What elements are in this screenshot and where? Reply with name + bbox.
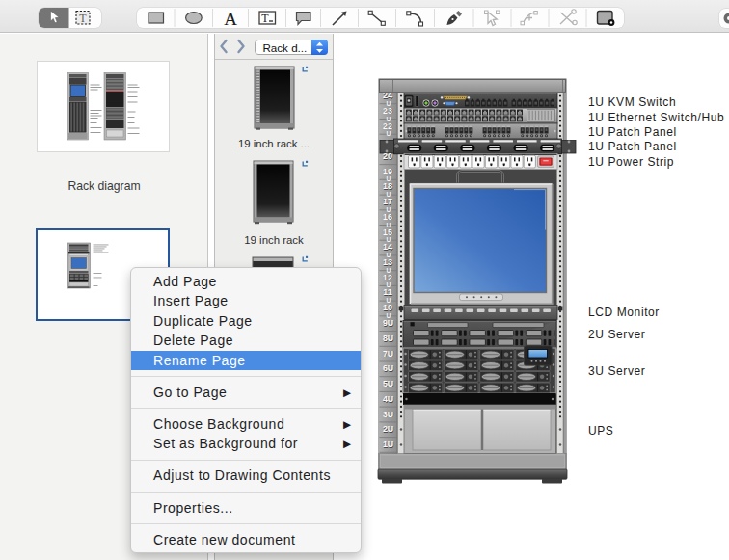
svg-text:15: 15: [383, 227, 392, 237]
svg-text:U: U: [387, 297, 392, 304]
svg-text:20: 20: [383, 151, 392, 161]
svg-text:11: 11: [383, 287, 392, 297]
svg-text:13: 13: [383, 257, 392, 267]
svg-text:A: A: [224, 9, 237, 29]
svg-text:12: 12: [383, 273, 392, 282]
svg-text:U: U: [387, 236, 392, 243]
svg-text:17: 17: [383, 197, 392, 206]
svg-text:16: 16: [383, 212, 392, 222]
svg-text:U: U: [387, 130, 392, 137]
svg-text:19: 19: [383, 167, 392, 176]
svg-text:18: 18: [383, 181, 392, 191]
svg-text:1U: 1U: [383, 440, 393, 449]
svg-text:U: U: [387, 206, 392, 213]
svg-text:U: U: [387, 312, 392, 319]
svg-text:U: U: [387, 222, 392, 228]
svg-text:U: U: [387, 116, 392, 122]
svg-text:8U: 8U: [383, 333, 393, 343]
svg-text:T: T: [79, 12, 87, 25]
svg-text:U: U: [387, 252, 392, 258]
svg-text:24: 24: [383, 91, 392, 100]
svg-text:14: 14: [383, 242, 392, 252]
svg-text:U: U: [387, 267, 392, 274]
svg-text:4U: 4U: [383, 394, 393, 404]
svg-text:6U: 6U: [383, 363, 393, 373]
svg-text:7U: 7U: [383, 349, 393, 359]
svg-text:22: 22: [383, 121, 392, 131]
svg-text:9U: 9U: [383, 318, 393, 328]
svg-text:2U: 2U: [383, 424, 393, 434]
svg-text:3U: 3U: [383, 410, 393, 419]
svg-text:23: 23: [383, 106, 392, 116]
svg-text:U: U: [387, 175, 392, 182]
svg-text:10: 10: [383, 303, 392, 312]
svg-text:U: U: [387, 100, 392, 107]
svg-text:5U: 5U: [383, 379, 393, 388]
svg-text:U: U: [387, 191, 392, 198]
svg-text:T: T: [261, 12, 269, 25]
svg-text:U: U: [387, 281, 392, 288]
